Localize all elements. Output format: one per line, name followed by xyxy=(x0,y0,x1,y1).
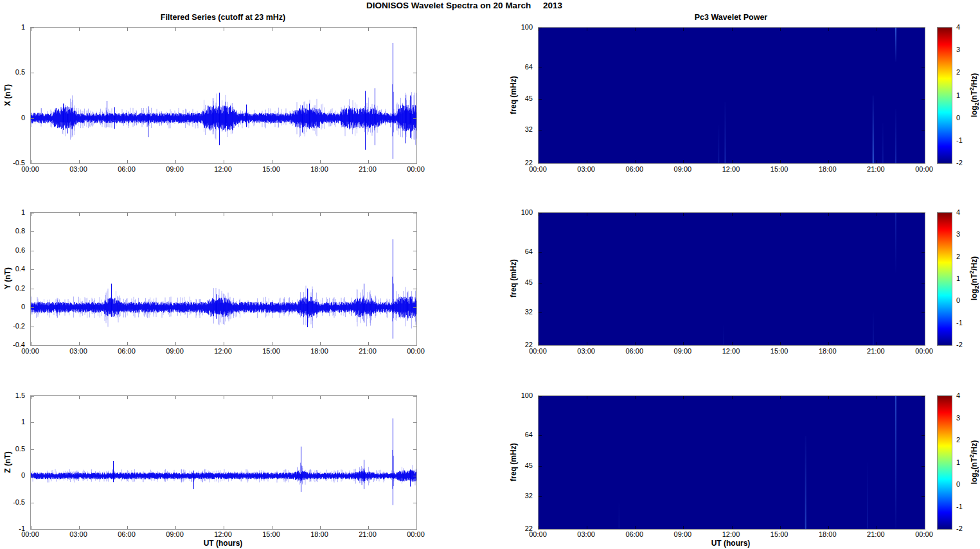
y-tick-label: 45 xyxy=(525,278,533,287)
y-tick-label: 45 xyxy=(525,94,533,103)
x-tick-label: 03:00 xyxy=(60,346,96,356)
x-tick-label: 15:00 xyxy=(253,346,289,356)
x-tick-label: 03:00 xyxy=(568,346,604,356)
y-tick-label: 1 xyxy=(21,417,25,426)
x-tick-label: 06:00 xyxy=(616,346,652,356)
x-tick-label: 09:00 xyxy=(664,346,700,356)
x-tick-label: 21:00 xyxy=(858,530,894,539)
colorbar-tick-label: 3 xyxy=(956,45,960,54)
colorbar xyxy=(937,212,952,346)
colorbar-tick-label: 2 xyxy=(956,435,960,444)
x-wavelet-canvas xyxy=(539,28,925,163)
colorbar-tick-label: 1 xyxy=(956,458,960,467)
y-tick-label: 1 xyxy=(21,22,25,32)
z-wavelet-freq-label: freq (mHz) xyxy=(508,411,519,514)
y-series-xtick-labels: 00:0003:0006:0009:0012:0015:0018:0021:00… xyxy=(30,346,416,356)
x-tick-label: 00:00 xyxy=(520,530,556,539)
x-tick-label: 21:00 xyxy=(858,346,894,356)
colorbar-tick-label: 4 xyxy=(956,391,960,400)
x-tick-label: 12:00 xyxy=(205,165,241,174)
colorbar-tick-label: -2 xyxy=(956,340,963,349)
y-tick-label: 0.5 xyxy=(15,68,25,76)
x-tick-label: 12:00 xyxy=(205,530,241,539)
x-tick-label: 06:00 xyxy=(616,530,652,539)
colorbar-label-sub: 2 xyxy=(974,285,980,289)
y-tick-label: 0.4 xyxy=(15,264,25,273)
left-xaxis-label: UT (hours) xyxy=(159,539,287,548)
wavelet-spectra-figure: DIONISOS Wavelet Spectra on 20 March 201… xyxy=(0,0,980,549)
x-tick-label: 06:00 xyxy=(616,165,652,174)
figure-title: DIONISOS Wavelet Spectra on 20 March 201… xyxy=(0,1,929,10)
x-tick-label: 18:00 xyxy=(301,346,337,356)
x-tick-label: 06:00 xyxy=(109,346,145,356)
y-tick-label: 0 xyxy=(21,302,25,311)
colorbar-tick-label: 1 xyxy=(956,274,960,283)
colorbar-label-prefix: log xyxy=(970,105,979,117)
colorbar-tick-label: 2 xyxy=(956,68,960,76)
y-tick-label: 45 xyxy=(525,461,533,470)
x-tick-label: 00:00 xyxy=(520,165,556,174)
colorbar-tick-label: -2 xyxy=(956,524,963,533)
x-tick-label: 00:00 xyxy=(398,346,434,356)
x-tick-label: 15:00 xyxy=(253,165,289,174)
x-tick-label: 18:00 xyxy=(301,165,337,174)
y-tick-label: 0.2 xyxy=(15,284,25,292)
x-tick-label: 00:00 xyxy=(906,346,942,356)
x-tick-label: 09:00 xyxy=(664,530,700,539)
z-wavelet-plot xyxy=(538,395,925,530)
x-tick-label: 21:00 xyxy=(350,530,386,539)
colorbar-label-mid: (nT xyxy=(970,457,979,469)
x-tick-label: 00:00 xyxy=(398,530,434,539)
x-tick-label: 15:00 xyxy=(253,530,289,539)
x-wavelet-xtick-labels: 00:0003:0006:0009:0012:0015:0018:0021:00… xyxy=(538,165,924,174)
colorbar-tick-label: 3 xyxy=(956,230,960,239)
x-tick-label: 12:00 xyxy=(713,165,749,174)
colorbar-tick-label: 0 xyxy=(956,296,960,305)
x-tick-label: 15:00 xyxy=(762,165,797,174)
y-wavelet-freq-label: freq (mHz) xyxy=(508,227,519,330)
colorbar-label-suffix: /Hz) xyxy=(970,73,979,87)
y-tick-label: 1 xyxy=(21,208,25,217)
x-tick-label: 00:00 xyxy=(906,530,942,539)
x-tick-label: 03:00 xyxy=(568,165,604,174)
y-tick-label: 100 xyxy=(521,391,533,400)
colorbar-tick-label: -1 xyxy=(956,502,963,511)
x-tick-label: 00:00 xyxy=(906,165,942,174)
colorbar-tick-label: 0 xyxy=(956,480,960,489)
y-tick-label: 0 xyxy=(21,113,25,122)
x-wavelet-freq-label: freq (mHz) xyxy=(508,44,519,147)
y-wavelet-canvas xyxy=(539,213,925,345)
colorbar-tick-label: 2 xyxy=(956,252,960,261)
colorbar-unit-label: log2(nT2/Hz) xyxy=(967,44,977,147)
x-tick-label: 18:00 xyxy=(810,165,846,174)
x-tick-label: 00:00 xyxy=(12,346,48,356)
colorbar-label-prefix: log xyxy=(970,473,979,484)
x-tick-label: 09:00 xyxy=(157,530,193,539)
colorbar-label-mid: (nT xyxy=(970,90,979,102)
x-tick-label: 12:00 xyxy=(713,346,749,356)
colorbar-tick-label: -1 xyxy=(956,318,963,327)
right-xaxis-label: UT (hours) xyxy=(666,539,795,548)
z-series-canvas xyxy=(31,396,416,529)
colorbar-tick-label: 4 xyxy=(956,22,960,32)
x-series-plot xyxy=(30,27,417,164)
colorbar-label-sub: 2 xyxy=(974,102,980,105)
z-wavelet-canvas xyxy=(539,396,925,529)
wavelet-power-title: Pc3 Wavelet Power xyxy=(538,13,924,22)
x-tick-label: 06:00 xyxy=(109,530,145,539)
y-tick-label: 0.5 xyxy=(15,444,25,453)
colorbar-tick-label: -1 xyxy=(956,136,963,145)
x-tick-label: 00:00 xyxy=(12,165,48,174)
colorbar xyxy=(937,395,952,530)
x-tick-label: 00:00 xyxy=(12,530,48,539)
x-tick-label: 21:00 xyxy=(350,346,386,356)
x-tick-label: 18:00 xyxy=(810,530,846,539)
x-tick-label: 15:00 xyxy=(762,346,797,356)
colorbar-tick-label: -2 xyxy=(956,158,963,167)
x-tick-label: 06:00 xyxy=(109,165,145,174)
x-wavelet-plot xyxy=(538,27,925,164)
z-series-plot xyxy=(30,395,417,530)
y-tick-label: 0 xyxy=(21,471,25,480)
colorbar-label-suffix: /Hz) xyxy=(970,440,979,454)
y-tick-label: 0.6 xyxy=(15,246,25,255)
